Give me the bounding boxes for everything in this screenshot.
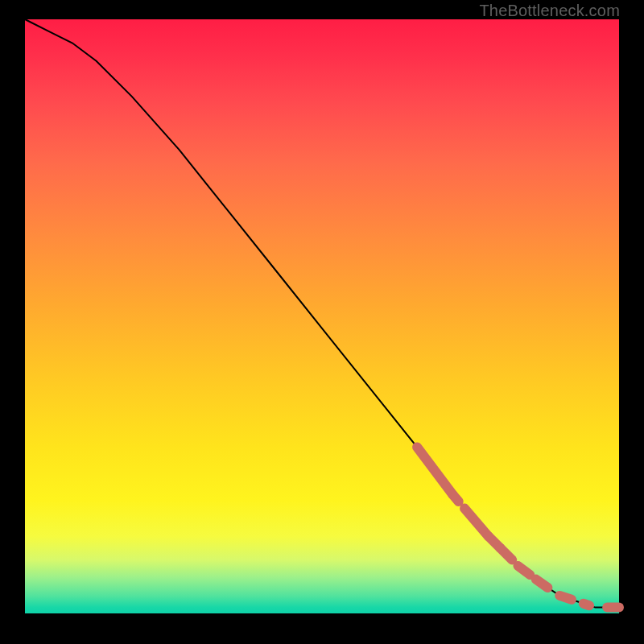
highlight-segment <box>559 596 572 600</box>
highlight-segment <box>500 548 512 560</box>
highlight-segment <box>518 566 530 575</box>
chart-overlay <box>25 19 619 613</box>
plot-area <box>25 19 619 613</box>
highlight-segment <box>452 494 458 502</box>
highlight-segment <box>464 509 489 537</box>
chart-stage: TheBottleneck.com <box>0 0 644 644</box>
bottleneck-curve <box>25 19 619 608</box>
highlight-segments <box>417 447 619 607</box>
highlight-segment <box>417 447 452 494</box>
highlight-segment <box>536 580 548 588</box>
highlight-segment <box>584 604 589 606</box>
watermark-text: TheBottleneck.com <box>479 2 620 20</box>
